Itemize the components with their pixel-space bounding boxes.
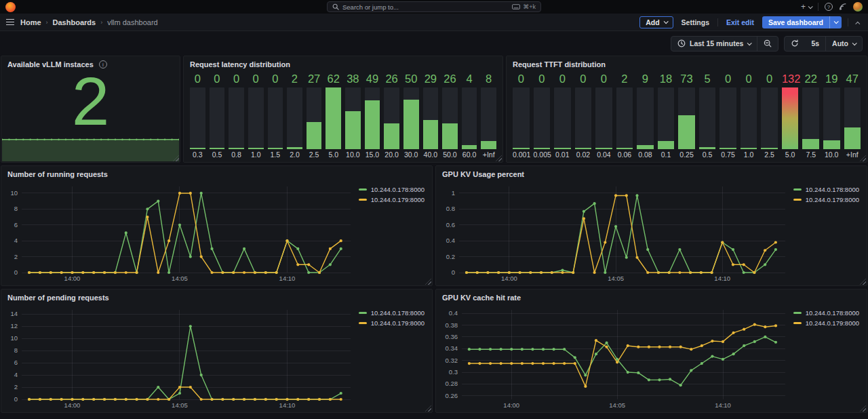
bar-gauge-chart[interactable]: 00.300.500.801.001.522.0272.5625.03810.0… (190, 72, 496, 159)
data-point (531, 362, 534, 365)
bar-column: 47+Inf (844, 72, 861, 159)
data-point (92, 271, 95, 274)
search-wrap: Search or jump to... ⌘+k (0, 0, 868, 14)
top-actions: + ? (801, 2, 863, 12)
resize-handle[interactable] (496, 155, 502, 161)
panel-title: Request TTFT distribution (513, 60, 606, 68)
y-axis-tick-label: 0.4 (449, 309, 458, 317)
data-point (542, 362, 545, 365)
refresh-button[interactable] (785, 37, 805, 51)
bar-column: 00.04 (595, 72, 612, 159)
data-point (732, 263, 734, 266)
bar-value-label: 62 (326, 72, 341, 86)
sparkline-point (86, 138, 88, 140)
bar-value-label: 0 (741, 72, 757, 86)
panel-header: Number of running requests (1, 166, 432, 180)
data-point (743, 328, 745, 331)
data-point (583, 210, 585, 213)
panel-gpu-kv-cache-hit-rate: GPU KV cache hit rate 0.260.280.30.320.3… (435, 289, 867, 413)
time-range-picker[interactable]: Last 15 minutes (671, 37, 757, 51)
legend-item[interactable]: 10.244.0.178:8000 (793, 309, 859, 317)
timeseries-chart[interactable]: 024681014:0014:0514:1010.244.0.178:80001… (4, 180, 429, 284)
timeseries-chart[interactable]: 00.20.40.60.8114:0014:0514:1010.244.0.17… (439, 180, 864, 284)
add-button[interactable]: Add (639, 16, 673, 28)
y-axis-tick-label: 0.36 (446, 333, 458, 340)
bar-track (741, 87, 757, 149)
bar-fill (190, 148, 205, 149)
shortcut-hint: ⌘+k (512, 3, 536, 10)
sparkline-point (157, 138, 159, 140)
exit-edit-button[interactable]: Exit edit (724, 17, 756, 28)
data-point (521, 362, 524, 365)
bar-gauge-chart[interactable]: 00.00100.00500.0100.0200.0420.0690.08180… (513, 72, 861, 159)
user-avatar[interactable] (853, 2, 863, 12)
legend-series-label: 10.244.0.178:8000 (806, 309, 859, 317)
settings-button[interactable]: Settings (679, 17, 711, 28)
chevron-down-icon (834, 19, 839, 24)
data-point (114, 398, 117, 401)
bar-fill (782, 87, 799, 149)
auto-refresh-picker[interactable]: Auto (826, 37, 862, 51)
data-point (275, 398, 278, 401)
save-dashboard-button[interactable]: Save dashboard (762, 16, 842, 28)
save-options-caret[interactable] (829, 16, 842, 28)
bar-category-label: 0.06 (616, 149, 633, 159)
data-point (28, 271, 31, 274)
bar-fill (595, 148, 612, 149)
x-axis-tick-label: 14:00 (503, 401, 519, 409)
time-range-group: Last 15 minutes (671, 36, 778, 52)
data-point (189, 386, 192, 388)
bar-fill (802, 139, 819, 149)
search-input[interactable]: Search or jump to... ⌘+k (327, 1, 541, 12)
news-icon[interactable] (839, 3, 847, 11)
new-button[interactable]: + (801, 2, 812, 12)
data-point (722, 358, 724, 361)
legend-series-label: 10.244.0.178:8000 (371, 309, 425, 317)
breadcrumb-dashboards[interactable]: Dashboards (53, 18, 96, 26)
legend-item[interactable]: 10.244.0.178:8000 (359, 309, 425, 317)
legend-item[interactable]: 10.244.0.179:8000 (793, 196, 859, 203)
collapse-toolbar-button[interactable] (854, 18, 862, 26)
resize-handle[interactable] (860, 155, 866, 161)
legend-item[interactable]: 10.244.0.179:8000 (359, 196, 425, 203)
bar-value-label: 0 (575, 72, 592, 86)
data-point (678, 271, 681, 274)
bar-track (384, 87, 399, 149)
menu-icon[interactable] (6, 19, 14, 26)
bar-value-label: 9 (637, 72, 654, 86)
bar-track (210, 87, 225, 149)
legend-item[interactable]: 10.244.0.179:8000 (793, 319, 859, 327)
bar-column: 00.8 (229, 72, 244, 159)
data-point (243, 271, 245, 274)
refresh-interval-label[interactable]: 5s (805, 37, 825, 51)
breadcrumb-home[interactable]: Home (20, 18, 41, 26)
bar-fill (534, 148, 551, 149)
data-point (678, 248, 681, 251)
zoom-out-button[interactable] (757, 37, 778, 51)
bar-value-label: 4 (462, 72, 477, 86)
bar-category-label: 0.5 (210, 149, 225, 159)
timeseries-chart[interactable]: 0.260.280.30.320.340.360.380.414:0014:05… (439, 304, 864, 411)
bar-category-label: 15.0 (365, 149, 380, 159)
timeseries-chart[interactable]: 0246810121414:0014:0514:1010.244.0.178:8… (4, 304, 429, 411)
legend-item[interactable]: 10.244.0.178:8000 (793, 186, 859, 193)
bar-fill (761, 148, 778, 149)
bar-fill (699, 147, 716, 149)
bar-value-label: 73 (678, 72, 695, 86)
data-point (658, 346, 660, 348)
bar-category-label: 0.001 (513, 149, 530, 159)
bar-fill (403, 100, 419, 149)
sparkline-point (129, 138, 131, 140)
legend-item[interactable]: 10.244.0.179:8000 (359, 319, 425, 327)
data-point (307, 271, 310, 274)
grafana-logo[interactable] (5, 2, 16, 12)
panel-gpu-kv-usage: GPU KV Usage percent 00.20.40.60.8114:00… (435, 165, 867, 286)
help-icon[interactable]: ? (825, 3, 833, 11)
data-point (189, 192, 192, 195)
bar-track (462, 87, 477, 149)
legend-series-color (359, 199, 367, 201)
data-point (329, 247, 332, 250)
bar-track (534, 87, 551, 149)
legend-item[interactable]: 10.244.0.178:8000 (359, 186, 425, 193)
keyboard-icon (512, 4, 520, 9)
